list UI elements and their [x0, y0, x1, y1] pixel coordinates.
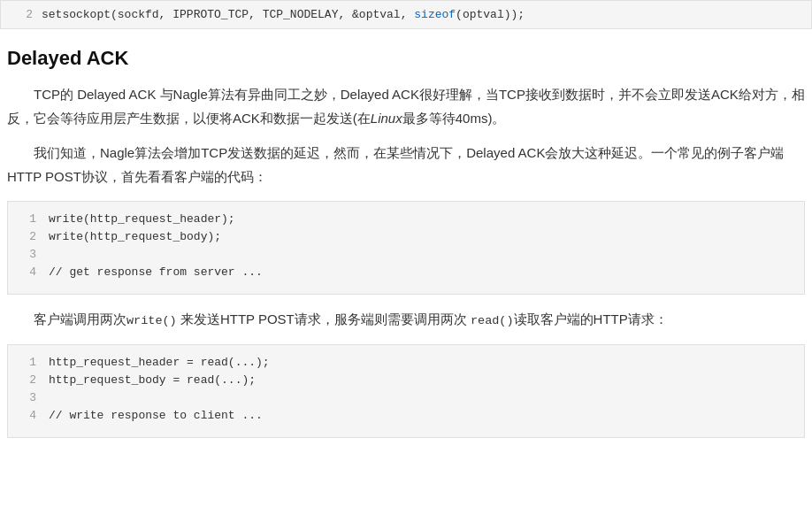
- code-content: write(http_request_header);: [49, 212, 235, 226]
- paragraph-2: 我们知道，Nagle算法会增加TCP发送数据的延迟，然而，在某些情况下，Dela…: [7, 141, 805, 188]
- line-number: 2: [19, 230, 36, 243]
- top-code-block: 2 setsockopt(sockfd, IPPROTO_TCP, TCP_NO…: [0, 0, 812, 29]
- code-block-server: 1 http_request_header = read(...); 2 htt…: [7, 344, 805, 438]
- code-content: setsockopt(sockfd, IPPROTO_TCP, TCP_NODE…: [42, 8, 525, 21]
- code-content: [49, 248, 56, 261]
- code-line-2: 2 write(http_request_body);: [19, 230, 793, 248]
- code-content: // get response from server ...: [49, 265, 263, 279]
- code-block-client: 1 write(http_request_header); 2 write(ht…: [7, 201, 805, 295]
- code-content: http_request_header = read(...);: [49, 356, 270, 369]
- line-number: 1: [19, 356, 36, 369]
- line-number: 4: [19, 265, 36, 279]
- linux-italic: Linux: [371, 111, 402, 126]
- inline-code-write: write(): [126, 314, 177, 327]
- page-container: 2 setsockopt(sockfd, IPPROTO_TCP, TCP_NO…: [0, 0, 812, 438]
- line-number: 3: [19, 391, 36, 404]
- middle-paragraph: 客户端调用两次write() 来发送HTTP POST请求，服务端则需要调用两次…: [7, 307, 805, 332]
- code-line-3: 3: [19, 391, 793, 409]
- line-number: 4: [19, 409, 36, 422]
- code-line-4: 4 // write response to client ...: [19, 409, 793, 426]
- line-number: 2: [11, 8, 33, 21]
- code-content: [49, 391, 56, 404]
- code-line-top-2: 2 setsockopt(sockfd, IPPROTO_TCP, TCP_NO…: [11, 8, 801, 21]
- code-line-4: 4 // get response from server ...: [19, 265, 793, 283]
- code-line-2: 2 http_request_body = read(...);: [19, 373, 793, 391]
- code-line-1: 1 http_request_header = read(...);: [19, 356, 793, 373]
- inline-code-read: read(): [471, 314, 514, 327]
- code-line-1: 1 write(http_request_header);: [19, 212, 793, 230]
- keyword-sizeof: sizeof: [414, 8, 456, 21]
- line-number: 1: [19, 212, 36, 226]
- line-number: 3: [19, 248, 36, 261]
- paragraph-1: TCP的 Delayed ACK 与Nagle算法有异曲同工之妙，Delayed…: [7, 82, 805, 130]
- code-line-3: 3: [19, 248, 793, 265]
- code-content: write(http_request_body);: [49, 230, 221, 243]
- code-content: // write response to client ...: [49, 409, 263, 422]
- line-number: 2: [19, 373, 36, 387]
- section-title: Delayed ACK: [7, 47, 805, 70]
- code-content: http_request_body = read(...);: [49, 373, 256, 387]
